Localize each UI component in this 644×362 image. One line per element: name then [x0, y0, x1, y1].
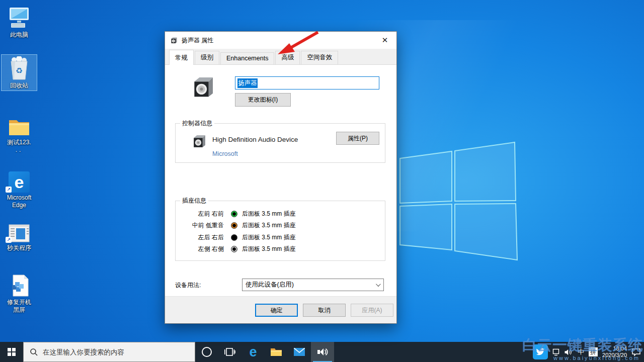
twitter-bird-icon: [536, 348, 545, 356]
jack-row-center-sub: 中前 低重音 后面板 3.5 mm 插座: [176, 220, 385, 230]
controller-speaker-icon: [192, 134, 206, 149]
desktop-icon-label: 秒关程序: [2, 244, 37, 252]
mail-button[interactable]: [288, 342, 311, 362]
notification-center-icon[interactable]: [631, 348, 641, 356]
device-usage-label: 设备用法:: [175, 281, 201, 290]
speaker-small-icon: [170, 37, 178, 44]
cancel-button[interactable]: 取消: [303, 304, 346, 317]
jack-color-dot-black: [231, 234, 237, 241]
tab-enhancements[interactable]: Enhancements: [220, 52, 274, 64]
tab-advanced[interactable]: 高级: [275, 51, 300, 64]
jack-info-group: 插座信息 左前 右前 后面板 3.5 mm 插座 中前 低重音 后面板 3.5 …: [175, 201, 385, 261]
dialog-title: 扬声器 属性: [182, 36, 213, 45]
speaker-device-icon: [191, 75, 214, 100]
start-button[interactable]: [0, 342, 23, 362]
edge-taskbar-button[interactable]: e: [242, 342, 265, 362]
desktop-icon-fix-black-screen[interactable]: 修复开机黑屏: [1, 272, 37, 315]
shortcut-arrow-icon: ↗: [6, 187, 12, 193]
file-explorer-icon: [270, 347, 282, 357]
close-icon[interactable]: ✕: [373, 32, 396, 48]
ime-language-indicator[interactable]: 拼: [589, 347, 598, 356]
twitter-tray-button[interactable]: [533, 344, 548, 359]
jack-info-group-title: 插座信息: [180, 197, 208, 205]
windows-start-icon: [8, 348, 16, 356]
taskbar: e: [0, 342, 644, 362]
tab-general[interactable]: 常规: [169, 50, 194, 65]
chevron-down-icon: [376, 282, 381, 287]
tray-monitor-icon[interactable]: [552, 348, 559, 356]
file-explorer-button[interactable]: [265, 342, 288, 362]
controller-info-group: 控制器信息 High Definition Audio Device Micro…: [175, 123, 385, 163]
jack-row-rear: 左后 右后 后面板 3.5 mm 插座: [176, 232, 385, 242]
device-name-input[interactable]: 扬声器: [235, 76, 379, 89]
speaker-icon: [317, 347, 328, 357]
jack-color-dot-gray: [231, 246, 237, 252]
search-icon: [30, 348, 38, 356]
desktop-icon-label: 回收站: [2, 82, 36, 89]
sound-settings-taskbar-button[interactable]: [311, 342, 334, 362]
desktop-icon-label: 修复开机黑屏: [2, 299, 37, 314]
dialog-titlebar[interactable]: 扬声器 属性 ✕: [165, 32, 396, 49]
windows-logo-wallpaper: [392, 136, 521, 264]
speaker-properties-dialog: 扬声器 属性 ✕ 常规 级别 Enhancements 高级 空间音效 扬声器 …: [165, 31, 397, 324]
recycle-bin-icon: ♻: [2, 56, 36, 80]
tab-spatial-sound[interactable]: 空间音效: [301, 51, 338, 64]
device-usage-select[interactable]: 使用此设备(启用): [242, 279, 384, 291]
desktop-icon-microsoft-edge[interactable]: e ↗ MicrosoftEdge: [1, 167, 37, 210]
tray-clock[interactable]: 18:04 2020/3/20: [602, 345, 627, 358]
ime-mode-indicator[interactable]: 中: [578, 347, 584, 356]
dialog-footer: 确定 取消 应用(A): [165, 296, 396, 323]
vendor-link[interactable]: Microsoft: [212, 150, 238, 157]
desktop-icon-recycle-bin[interactable]: ♻ 回收站: [1, 54, 37, 91]
registry-file-icon: [2, 273, 37, 297]
app-window-icon: ↗: [2, 219, 37, 243]
tab-strip: 常规 级别 Enhancements 高级 空间音效: [165, 49, 396, 65]
cortana-icon: [202, 347, 212, 357]
shortcut-arrow-icon: ↗: [6, 237, 12, 243]
desktop-icon-test123-folder[interactable]: 测试123...: [1, 112, 37, 155]
tray-date: 2020/3/20: [602, 352, 627, 358]
jack-color-dot-green: [231, 211, 237, 217]
folder-icon: [2, 113, 37, 137]
edge-icon: e ↗: [2, 168, 37, 193]
properties-button[interactable]: 属性(P): [336, 132, 379, 145]
cortana-button[interactable]: [195, 342, 218, 362]
controller-device-name: High Definition Audio Device: [212, 136, 298, 143]
desktop-icon-quick-close-app[interactable]: ↗ 秒关程序: [1, 217, 37, 253]
this-pc-icon: [2, 6, 37, 30]
jack-row-front: 左前 右前 后面板 3.5 mm 插座: [176, 209, 385, 219]
general-tab-page: 扬声器 更改图标(I) 控制器信息 High Definition Audio …: [165, 65, 396, 297]
jack-row-side: 左侧 右侧 后面板 3.5 mm 插座: [176, 244, 385, 254]
desktop-icon-label: 测试123...: [2, 139, 37, 154]
change-icon-button[interactable]: 更改图标(I): [235, 93, 291, 107]
svg-text:♻: ♻: [16, 66, 23, 75]
tray-volume-icon[interactable]: [564, 348, 573, 356]
ok-button[interactable]: 确定: [255, 304, 298, 317]
apply-button: 应用(A): [351, 304, 393, 317]
desktop-icon-label: 此电脑: [2, 31, 37, 39]
device-name-selected-text: 扬声器: [237, 78, 258, 88]
tab-levels[interactable]: 级别: [195, 51, 219, 64]
task-view-icon: [224, 347, 235, 357]
edge-icon: e: [249, 345, 257, 359]
taskbar-search[interactable]: [23, 342, 195, 362]
desktop-icon-this-pc[interactable]: 此电脑: [1, 4, 37, 40]
system-tray: 中 拼 18:04 2020/3/20: [533, 342, 641, 362]
mail-icon: [294, 348, 305, 356]
search-input[interactable]: [43, 348, 184, 356]
desktop-icon-label: MicrosoftEdge: [2, 194, 37, 209]
jack-color-dot-orange: [231, 222, 237, 229]
task-view-button[interactable]: [218, 342, 242, 362]
controller-info-group-title: 控制器信息: [180, 119, 214, 128]
tray-time: 18:04: [602, 345, 627, 352]
